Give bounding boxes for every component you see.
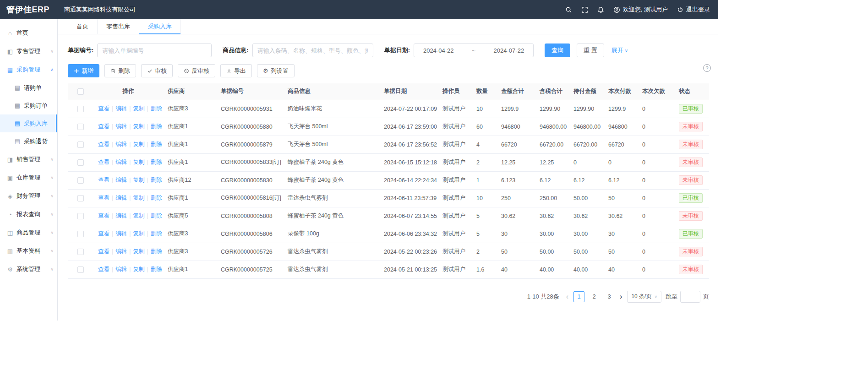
fullscreen-icon[interactable] xyxy=(581,6,588,13)
chevron-down-icon: ∨ xyxy=(50,194,54,198)
next-page-button[interactable]: › xyxy=(619,293,623,300)
sidebar-subitem-purchase-order[interactable]: ▤采购订单 xyxy=(0,97,57,114)
row-action-view[interactable]: 查看 xyxy=(98,266,109,272)
jump-page-input[interactable] xyxy=(680,291,700,303)
warehouse-icon: ▣ xyxy=(6,174,14,181)
row-action-view[interactable]: 查看 xyxy=(98,212,109,219)
prev-page-button[interactable]: ‹ xyxy=(565,293,569,300)
row-action-view[interactable]: 查看 xyxy=(98,123,109,130)
sidebar-item-finance[interactable]: ◈财务管理∨ xyxy=(0,187,57,205)
row-action-delete[interactable]: 删除 xyxy=(151,248,162,255)
row-action-edit[interactable]: 编辑 xyxy=(115,177,127,183)
help-icon[interactable]: ? xyxy=(703,64,711,72)
row-action-copy[interactable]: 复制 xyxy=(133,177,145,183)
row-action-edit[interactable]: 编辑 xyxy=(115,123,127,130)
row-checkbox[interactable] xyxy=(77,159,84,166)
sidebar-subitem-purchase-request[interactable]: ▤请购单 xyxy=(0,79,57,97)
search-icon[interactable] xyxy=(565,6,572,13)
date-to-value[interactable]: 2024-07-22 xyxy=(494,47,524,54)
row-action-copy[interactable]: 复制 xyxy=(133,248,145,255)
row-action-delete[interactable]: 删除 xyxy=(151,212,162,219)
row-action-view[interactable]: 查看 xyxy=(98,177,109,183)
tab-retail-outbound[interactable]: 零售出库 xyxy=(98,19,139,34)
sidebar-item-sales[interactable]: ◨销售管理∨ xyxy=(0,150,57,169)
select-all-checkbox[interactable] xyxy=(77,88,84,95)
row-action-view[interactable]: 查看 xyxy=(98,230,109,237)
row-action-edit[interactable]: 编辑 xyxy=(115,266,127,272)
row-action-copy[interactable]: 复制 xyxy=(133,230,145,237)
row-action-view[interactable]: 查看 xyxy=(98,195,109,201)
row-action-copy[interactable]: 复制 xyxy=(133,159,145,165)
add-button[interactable]: 新增 xyxy=(68,64,99,77)
bill-no-input[interactable] xyxy=(97,43,212,57)
row-checkbox[interactable] xyxy=(77,195,84,201)
sidebar-item-basic[interactable]: ▥基本资料∨ xyxy=(0,242,57,260)
sidebar-item-warehouse[interactable]: ▣仓库管理∨ xyxy=(0,169,57,187)
row-action-view[interactable]: 查看 xyxy=(98,105,109,112)
delete-button[interactable]: 删除 xyxy=(104,64,136,77)
logout-button[interactable]: 退出登录 xyxy=(677,5,710,14)
date-from-value[interactable]: 2024-04-22 xyxy=(423,47,454,54)
tab-purchase-inbound[interactable]: 采购入库 xyxy=(139,19,181,34)
action-separator: | xyxy=(112,248,113,255)
action-separator: | xyxy=(147,141,148,147)
row-checkbox[interactable] xyxy=(77,266,84,273)
row-action-delete[interactable]: 删除 xyxy=(151,105,162,112)
row-action-delete[interactable]: 删除 xyxy=(151,177,162,183)
page-size-select[interactable]: 10 条/页∨ xyxy=(627,291,661,303)
sidebar-subitem-purchase-return[interactable]: ▤采购退货 xyxy=(0,132,57,150)
row-checkbox[interactable] xyxy=(77,141,84,148)
row-action-delete[interactable]: 删除 xyxy=(151,266,162,272)
unaudit-button[interactable]: 反审核 xyxy=(178,64,215,77)
row-action-copy[interactable]: 复制 xyxy=(133,266,145,272)
column-settings-button[interactable]: ⚙ 列设置 xyxy=(257,64,295,77)
row-action-copy[interactable]: 复制 xyxy=(133,105,145,112)
sidebar-item-purchase[interactable]: ▦采购管理∧ xyxy=(0,60,57,79)
reset-button[interactable]: 重 置 xyxy=(577,43,604,57)
page-button-3[interactable]: 3 xyxy=(604,291,615,302)
date-range-picker[interactable]: 2024-04-22 ~ 2024-07-22 xyxy=(414,43,534,57)
row-action-copy[interactable]: 复制 xyxy=(133,195,145,201)
row-action-edit[interactable]: 编辑 xyxy=(115,212,127,219)
row-checkbox[interactable] xyxy=(77,177,84,184)
row-checkbox[interactable] xyxy=(77,231,84,237)
sidebar-item-retail[interactable]: ◧零售管理∨ xyxy=(0,42,57,60)
sidebar-item-goods[interactable]: ◫商品管理∨ xyxy=(0,223,57,242)
row-action-edit[interactable]: 编辑 xyxy=(115,195,127,201)
row-action-edit[interactable]: 编辑 xyxy=(115,248,127,255)
row-checkbox[interactable] xyxy=(77,106,84,112)
row-checkbox[interactable] xyxy=(77,213,84,219)
row-action-delete[interactable]: 删除 xyxy=(151,195,162,201)
row-action-edit[interactable]: 编辑 xyxy=(115,141,127,147)
page-button-1[interactable]: 1 xyxy=(573,291,584,302)
row-action-copy[interactable]: 复制 xyxy=(133,141,145,147)
sidebar-item-system[interactable]: ⚙系统管理∨ xyxy=(0,260,57,278)
row-action-delete[interactable]: 删除 xyxy=(151,141,162,147)
bell-icon[interactable] xyxy=(597,6,604,13)
row-action-view[interactable]: 查看 xyxy=(98,159,109,165)
row-action-delete[interactable]: 删除 xyxy=(151,159,162,165)
row-action-delete[interactable]: 删除 xyxy=(151,230,162,237)
sidebar-subitem-purchase-inbound[interactable]: ▤采购入库 xyxy=(0,114,57,132)
row-action-copy[interactable]: 复制 xyxy=(133,123,145,130)
sidebar-item-reports[interactable]: ◔报表查询∨ xyxy=(0,205,57,223)
row-action-copy[interactable]: 复制 xyxy=(133,212,145,219)
row-checkbox[interactable] xyxy=(77,124,84,130)
cell-paid: 50 xyxy=(604,189,638,207)
row-checkbox[interactable] xyxy=(77,249,84,255)
row-action-edit[interactable]: 编辑 xyxy=(115,159,127,165)
row-action-delete[interactable]: 删除 xyxy=(151,123,162,130)
export-button[interactable]: 导出 xyxy=(220,64,252,77)
row-action-edit[interactable]: 编辑 xyxy=(115,230,127,237)
expand-filters-link[interactable]: 展开 ∨ xyxy=(611,46,628,54)
product-info-input[interactable] xyxy=(252,43,373,57)
tab-home[interactable]: 首页 xyxy=(68,19,98,34)
search-button[interactable]: 查询 xyxy=(545,43,570,57)
row-action-view[interactable]: 查看 xyxy=(98,248,109,255)
sidebar-item-home[interactable]: ⌂首页 xyxy=(0,24,57,42)
row-action-edit[interactable]: 编辑 xyxy=(115,105,127,112)
basic-icon: ▥ xyxy=(6,248,14,255)
audit-button[interactable]: 审核 xyxy=(141,64,173,77)
row-action-view[interactable]: 查看 xyxy=(98,141,109,147)
page-button-2[interactable]: 2 xyxy=(589,291,600,302)
